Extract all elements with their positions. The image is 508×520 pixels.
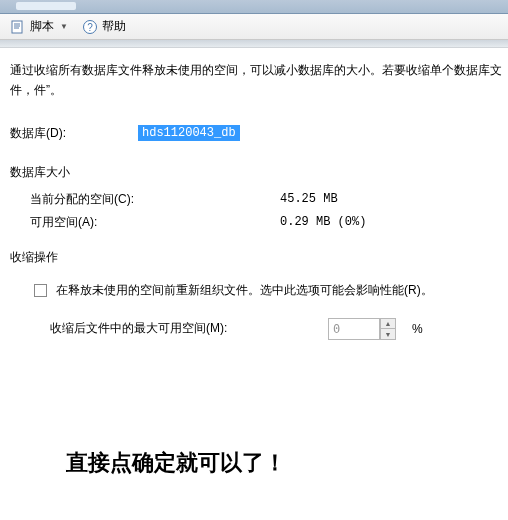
script-label: 脚本 (30, 18, 54, 35)
reorganize-checkbox-label: 在释放未使用的空间前重新组织文件。选中此选项可能会影响性能(R)。 (56, 282, 433, 299)
svg-rect-0 (12, 21, 22, 33)
max-space-input[interactable] (328, 318, 380, 340)
header-divider (0, 40, 508, 48)
description-text: 通过收缩所有数据库文件释放未使用的空间，可以减小数据库的大小。若要收缩单个数据库… (10, 60, 506, 101)
database-combobox[interactable]: hds1120043_db (136, 125, 506, 141)
max-space-spinner: ▲ ▼ (328, 318, 396, 340)
help-label: 帮助 (102, 18, 126, 35)
database-value: hds1120043_db (138, 125, 240, 141)
reorganize-checkbox[interactable] (34, 284, 47, 297)
available-space-value: 0.29 MB (0%) (280, 215, 366, 229)
help-icon: ? (82, 19, 98, 35)
window-titlebar (0, 0, 508, 14)
percent-label: % (412, 322, 423, 336)
allocated-space-label: 当前分配的空间(C): (30, 191, 280, 208)
script-button[interactable]: 脚本 ▼ (4, 17, 74, 37)
size-section-title: 数据库大小 (10, 164, 506, 181)
shrink-section-title: 收缩操作 (10, 249, 506, 266)
available-space-label: 可用空间(A): (30, 214, 280, 231)
script-icon (10, 19, 26, 35)
svg-text:?: ? (87, 22, 93, 33)
help-button[interactable]: ? 帮助 (76, 17, 132, 37)
database-label: 数据库(D): (10, 125, 136, 142)
toolbar: 脚本 ▼ ? 帮助 (0, 14, 508, 40)
content-area: 通过收缩所有数据库文件释放未使用的空间，可以减小数据库的大小。若要收缩单个数据库… (0, 48, 508, 486)
allocated-space-value: 45.25 MB (280, 192, 338, 206)
database-row: 数据库(D): hds1120043_db (10, 125, 506, 142)
dropdown-arrow-icon: ▼ (60, 22, 68, 31)
max-space-label: 收缩后文件中的最大可用空间(M): (50, 320, 318, 337)
spinner-up-button[interactable]: ▲ (380, 318, 396, 329)
spinner-down-button[interactable]: ▼ (380, 328, 396, 340)
annotation-note: 直接点确定就可以了！ (66, 448, 506, 478)
